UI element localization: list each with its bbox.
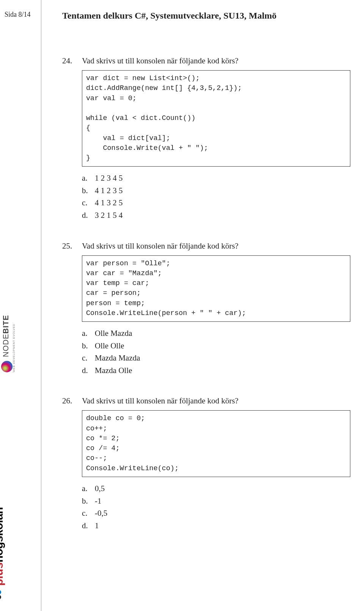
question-text: Vad skrivs ut till konsolen när följande… (82, 396, 238, 406)
nodebite-logo: NODEBITE WEB DEVELOPMENT EVOLVED (1, 315, 15, 372)
option-a: a.1 2 3 4 5 (82, 172, 350, 184)
option-c: c.4 1 3 2 5 (82, 197, 350, 209)
option-a: a.Olle Mazda (82, 327, 350, 340)
option-d: d.1 (82, 520, 350, 532)
answer-options: a.0,5 b.-1 c.-0,5 d.1 (82, 482, 350, 532)
content-area: 24. Vad skrivs ut till konsolen när följ… (62, 56, 350, 551)
answer-options: a.Olle Mazda b.Olle Olle c.Mazda Mazda d… (82, 327, 350, 376)
sidebar-logos: NODEBITE WEB DEVELOPMENT EVOLVED plushög… (2, 342, 27, 600)
option-c: c.-0,5 (82, 507, 350, 520)
code-block: double co = 0; co++; co *= 2; co /= 4; c… (82, 410, 350, 477)
option-d: d.3 2 1 5 4 (82, 209, 350, 222)
option-b: b.-1 (82, 495, 350, 507)
question-number: 25. (62, 241, 82, 251)
page: Sida 8/14 Tentamen delkurs C#, Systemutv… (0, 0, 364, 611)
plushogskolan-dots-icon (0, 590, 3, 600)
option-c: c.Mazda Mazda (82, 352, 350, 364)
exam-title: Tentamen delkurs C#, Systemutvecklare, S… (62, 11, 276, 21)
question-number: 24. (62, 56, 82, 66)
nodebite-ball-icon (1, 361, 13, 372)
option-b: b.4 1 2 3 5 (82, 184, 350, 197)
code-block: var person = "Olle"; var car = "Mazda"; … (82, 255, 350, 322)
question-text: Vad skrivs ut till konsolen när följande… (82, 56, 238, 66)
option-a: a.0,5 (82, 482, 350, 495)
question-text: Vad skrivs ut till konsolen när följande… (82, 241, 238, 251)
question-26: 26. Vad skrivs ut till konsolen när följ… (62, 396, 350, 532)
code-block: var dict = new List<int>(); dict.AddRang… (82, 70, 350, 167)
plushogskolan-logo: plushögskolan (0, 507, 5, 600)
question-number: 26. (62, 396, 82, 406)
page-number: Sida 8/14 (5, 11, 31, 19)
question-24: 24. Vad skrivs ut till konsolen när följ… (62, 56, 350, 222)
option-b: b.Olle Olle (82, 340, 350, 352)
question-25: 25. Vad skrivs ut till konsolen när följ… (62, 241, 350, 377)
answer-options: a.1 2 3 4 5 b.4 1 2 3 5 c.4 1 3 2 5 d.3 … (82, 172, 350, 221)
option-d: d.Mazda Olle (82, 364, 350, 377)
vertical-rule (41, 0, 41, 611)
